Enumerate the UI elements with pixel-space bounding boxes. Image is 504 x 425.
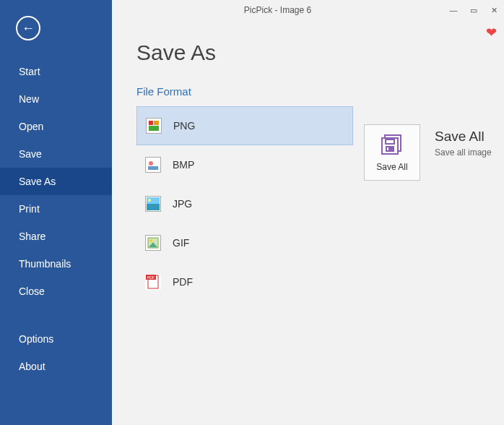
svg-rect-2: [154, 121, 159, 125]
close-window-button[interactable]: ✕: [484, 0, 504, 20]
jpg-icon: [145, 196, 161, 212]
svg-rect-1: [149, 121, 153, 125]
sidebar-menu: Start New Open Save Save As Print Share …: [0, 58, 112, 380]
format-list: PNG BMP JPG GIF PDF PDF: [136, 106, 353, 301]
titlebar: PicPick - Image 6 — ▭ ✕: [112, 0, 504, 20]
favorite-icon[interactable]: ❤: [486, 25, 497, 40]
format-label: JPG: [173, 198, 192, 210]
save-all-button[interactable]: Save All: [364, 124, 420, 181]
sidebar-item-start[interactable]: Start: [0, 58, 112, 85]
window-title: PicPick - Image 6: [112, 5, 443, 15]
file-format-label: File Format: [136, 85, 504, 98]
sidebar-item-share[interactable]: Share: [0, 223, 112, 250]
svg-point-10: [148, 199, 151, 202]
sidebar-item-close[interactable]: Close: [0, 278, 112, 305]
save-all-side: Save All Save all image: [435, 129, 504, 158]
sidebar-item-new[interactable]: New: [0, 85, 112, 113]
svg-rect-21: [387, 147, 388, 150]
page-title: Save As: [136, 40, 504, 65]
minimize-button[interactable]: —: [443, 0, 464, 20]
format-row-png[interactable]: PNG: [136, 106, 353, 145]
format-row-gif[interactable]: GIF: [136, 223, 353, 262]
sidebar-item-save[interactable]: Save: [0, 140, 112, 168]
save-all-button-label: Save All: [376, 162, 407, 172]
pdf-icon: PDF: [145, 274, 161, 290]
maximize-button[interactable]: ▭: [464, 0, 484, 20]
format-row-bmp[interactable]: BMP: [136, 145, 353, 184]
png-icon: [146, 118, 162, 134]
svg-rect-9: [147, 204, 160, 210]
svg-text:PDF: PDF: [147, 275, 155, 280]
sidebar: ← Start New Open Save Save As Print Shar…: [0, 0, 112, 425]
sidebar-item-save-as[interactable]: Save As: [0, 168, 112, 195]
format-label: BMP: [173, 159, 194, 171]
format-label: PDF: [173, 276, 193, 288]
svg-rect-6: [148, 166, 158, 170]
svg-point-5: [149, 161, 153, 166]
sidebar-item-print[interactable]: Print: [0, 195, 112, 223]
svg-point-13: [149, 239, 152, 242]
sidebar-item-about[interactable]: About: [0, 353, 112, 380]
format-label: GIF: [173, 237, 189, 249]
bmp-icon: [145, 157, 161, 173]
save-all-icon: [380, 133, 404, 158]
content-pane: Save As File Format PNG BMP JPG GIF: [112, 0, 504, 425]
format-label: PNG: [173, 120, 195, 132]
sidebar-item-open[interactable]: Open: [0, 113, 112, 140]
svg-rect-3: [149, 126, 159, 131]
save-all-subtext: Save all image: [435, 147, 504, 158]
sidebar-item-thumbnails[interactable]: Thumbnails: [0, 250, 112, 278]
arrow-left-icon: ←: [22, 21, 35, 36]
save-all-heading: Save All: [435, 129, 504, 145]
back-button[interactable]: ←: [16, 16, 40, 40]
sidebar-item-options[interactable]: Options: [0, 325, 112, 353]
format-row-pdf[interactable]: PDF PDF: [136, 262, 353, 301]
svg-rect-20: [386, 146, 394, 152]
gif-icon: [145, 235, 161, 251]
format-row-jpg[interactable]: JPG: [136, 184, 353, 223]
